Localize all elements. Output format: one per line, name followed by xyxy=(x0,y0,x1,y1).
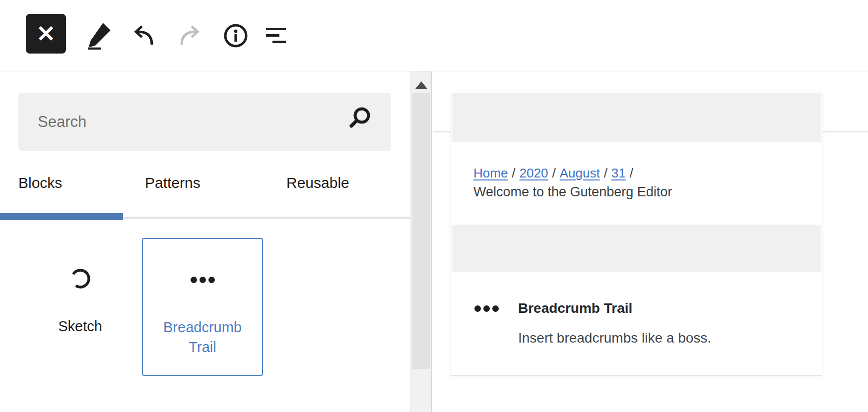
pencil-icon xyxy=(86,22,112,50)
edit-mode-button[interactable] xyxy=(83,13,115,59)
close-icon: ✕ xyxy=(36,22,56,45)
breadcrumb-link-31: 31 xyxy=(611,166,626,180)
preview-block-description: Insert breadcrumbs like a boss. xyxy=(518,330,711,346)
breadcrumb-link-august: August xyxy=(560,166,600,180)
info-icon xyxy=(223,23,249,49)
gutenberg-editor-screen: ✕ xyxy=(0,0,868,412)
block-inserter-panel: Blocks Patterns Reusable Sketch Breadc xyxy=(0,71,410,412)
breadcrumb-preview: Home/2020/August/31/ xyxy=(473,166,637,181)
block-tile-sketch[interactable]: Sketch xyxy=(18,238,142,376)
search-input[interactable] xyxy=(18,93,391,151)
breadcrumb-separator: / xyxy=(508,166,519,180)
breadcrumb-link-2020: 2020 xyxy=(520,166,548,180)
tab-blocks[interactable]: Blocks xyxy=(18,175,62,197)
block-tile-label: Breadcrumb Trail xyxy=(153,317,252,357)
block-tile-breadcrumb-trail[interactable]: Breadcrumb Trail xyxy=(142,238,263,376)
editor-toolbar: ✕ xyxy=(0,0,868,71)
search-box xyxy=(18,93,391,151)
scrollbar-thumb[interactable] xyxy=(412,93,430,369)
block-tile-label: Sketch xyxy=(18,316,142,336)
preview-block-title: Breadcrumb Trail xyxy=(518,300,632,316)
preview-placeholder-strip xyxy=(452,225,821,272)
breadcrumb-separator: / xyxy=(600,166,611,180)
preview-placeholder-strip xyxy=(452,93,821,142)
breadcrumb-separator: / xyxy=(626,166,637,180)
ellipsis-icon xyxy=(474,305,499,312)
tab-reusable[interactable]: Reusable xyxy=(286,175,349,197)
search-icon xyxy=(346,106,372,131)
triangle-up-icon xyxy=(415,81,427,89)
breadcrumb-link-home: Home xyxy=(473,166,508,180)
list-view-button[interactable] xyxy=(261,13,293,59)
undo-icon xyxy=(132,25,156,47)
redo-icon xyxy=(178,25,201,47)
ellipsis-icon xyxy=(191,277,215,283)
details-button[interactable] xyxy=(220,13,252,59)
breadcrumb-separator: / xyxy=(548,166,559,180)
close-inserter-button[interactable]: ✕ xyxy=(26,14,66,54)
active-tab-indicator xyxy=(0,213,123,220)
redo-button[interactable] xyxy=(174,13,205,59)
list-view-icon xyxy=(266,26,288,46)
scrollbar-up-button[interactable] xyxy=(410,76,432,93)
tab-patterns[interactable]: Patterns xyxy=(145,175,200,197)
inserter-scrollbar xyxy=(410,71,432,412)
sketch-arc-icon xyxy=(69,268,91,290)
block-preview-panel: Home/2020/August/31/ Welcome to the Gute… xyxy=(451,92,822,376)
undo-button[interactable] xyxy=(128,13,160,59)
preview-page-title: Welcome to the Gutenberg Editor xyxy=(473,184,672,200)
